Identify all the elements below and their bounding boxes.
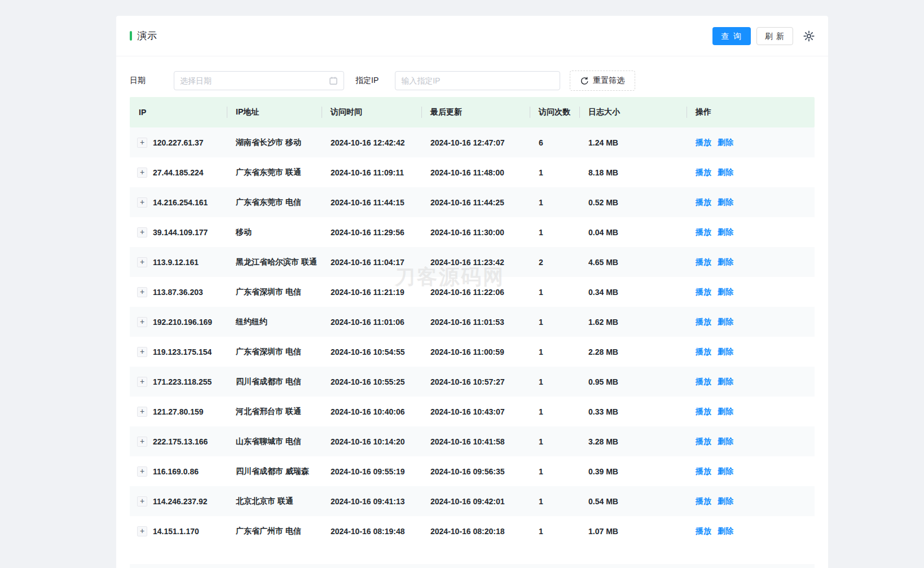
query-button[interactable]: 查 询 (712, 27, 751, 45)
delete-link[interactable]: 删除 (718, 197, 733, 208)
expand-row-button[interactable]: + (137, 377, 147, 387)
actions-cell: 播放 删除 (687, 197, 815, 208)
actions-cell: 播放 删除 (687, 526, 815, 536)
delete-link[interactable]: 删除 (718, 227, 733, 237)
ip-label: 指定IP (355, 76, 379, 86)
visits-cell: 1 (530, 228, 579, 237)
title-accent-bar (130, 31, 132, 41)
log-size-cell: 0.95 MB (579, 377, 687, 386)
location-cell: 四川省成都市 威瑞森 (227, 466, 322, 477)
play-link[interactable]: 播放 (696, 407, 711, 417)
location-cell: 山东省聊城市 电信 (227, 437, 322, 447)
play-link[interactable]: 播放 (696, 437, 711, 447)
delete-link[interactable]: 删除 (718, 466, 733, 477)
delete-link[interactable]: 删除 (718, 496, 733, 507)
expand-row-button[interactable]: + (137, 437, 147, 447)
expand-row-button[interactable]: + (137, 227, 147, 237)
expand-row-button[interactable]: + (137, 317, 147, 327)
delete-link[interactable]: 删除 (718, 168, 733, 178)
delete-link[interactable]: 删除 (718, 257, 733, 267)
play-link[interactable]: 播放 (696, 377, 711, 387)
log-size-cell: 4.65 MB (579, 258, 687, 267)
play-link[interactable]: 播放 (696, 168, 711, 178)
last-update-cell: 2024-10-16 11:00:59 (421, 347, 530, 356)
play-link[interactable]: 播放 (696, 138, 711, 148)
ip-input[interactable] (401, 76, 554, 85)
last-update-cell: 2024-10-16 11:01:53 (421, 318, 530, 327)
ip-field[interactable] (395, 71, 560, 90)
ip-cell: 222.175.13.166 (153, 437, 208, 446)
visit-time-cell: 2024-10-16 10:40:06 (322, 407, 421, 416)
refresh-circle-icon (580, 77, 589, 85)
last-update-cell: 2024-10-16 09:56:35 (421, 467, 530, 476)
actions-cell: 播放 删除 (687, 138, 815, 148)
play-link[interactable]: 播放 (696, 496, 711, 507)
actions-cell: 播放 删除 (687, 496, 815, 507)
date-picker[interactable] (174, 71, 344, 90)
visits-cell: 1 (530, 467, 579, 476)
filter-bar: 日期 指定IP (116, 56, 828, 90)
column-header-7: 操作 (687, 97, 815, 127)
visit-time-cell: 2024-10-16 12:42:42 (322, 138, 421, 147)
log-size-cell: 8.18 MB (579, 168, 687, 177)
location-cell: 广东省广州市 电信 (227, 526, 322, 536)
ip-cell: 119.123.175.154 (153, 347, 212, 356)
delete-link[interactable]: 删除 (718, 317, 733, 327)
delete-link[interactable]: 删除 (718, 287, 733, 297)
play-link[interactable]: 播放 (696, 526, 711, 536)
expand-row-button[interactable]: + (137, 407, 147, 417)
delete-link[interactable]: 删除 (718, 138, 733, 148)
log-size-cell: 0.52 MB (579, 198, 687, 207)
column-header-2: IP地址 (227, 97, 322, 127)
last-update-cell: 2024-10-16 11:44:25 (421, 198, 530, 207)
play-link[interactable]: 播放 (696, 347, 711, 357)
visits-cell: 1 (530, 168, 579, 177)
date-input[interactable] (180, 76, 329, 85)
reset-filter-button[interactable]: 重置筛选 (570, 71, 635, 91)
actions-cell: 播放 删除 (687, 257, 815, 267)
play-link[interactable]: 播放 (696, 197, 711, 208)
location-cell: 广东省深圳市 电信 (227, 287, 322, 297)
table-row: + 222.175.13.166 山东省聊城市 电信 2024-10-16 10… (130, 426, 815, 456)
expand-row-button[interactable]: + (137, 287, 147, 297)
delete-link[interactable]: 删除 (718, 437, 733, 447)
actions-cell: 播放 删除 (687, 407, 815, 417)
expand-row-button[interactable]: + (137, 466, 147, 477)
ip-cell: 171.223.118.255 (153, 377, 212, 386)
last-update-cell: 2024-10-16 12:47:07 (421, 138, 530, 147)
log-size-cell: 0.04 MB (579, 228, 687, 237)
expand-row-button[interactable]: + (137, 138, 147, 148)
expand-row-button[interactable]: + (137, 496, 147, 507)
delete-link[interactable]: 删除 (718, 526, 733, 536)
table-row: + 192.210.196.169 纽约纽约 2024-10-16 11:01:… (130, 307, 815, 337)
table-row: + 113.87.36.203 广东省深圳市 电信 2024-10-16 11:… (130, 277, 815, 307)
ip-cell: 113.87.36.203 (153, 288, 203, 297)
expand-row-button[interactable]: + (137, 168, 147, 178)
play-link[interactable]: 播放 (696, 257, 711, 267)
partial-next-row (130, 564, 815, 568)
settings-button[interactable] (803, 30, 815, 42)
delete-link[interactable]: 删除 (718, 377, 733, 387)
refresh-button[interactable]: 刷 新 (756, 27, 793, 45)
expand-row-button[interactable]: + (137, 526, 147, 536)
expand-row-button[interactable]: + (137, 257, 147, 267)
expand-row-button[interactable]: + (137, 347, 147, 357)
actions-cell: 播放 删除 (687, 347, 815, 357)
location-cell: 黑龙江省哈尔滨市 联通 (227, 257, 322, 267)
visits-cell: 1 (530, 318, 579, 327)
delete-link[interactable]: 删除 (718, 347, 733, 357)
visit-time-cell: 2024-10-16 09:41:13 (322, 497, 421, 506)
visits-cell: 2 (530, 258, 579, 267)
column-header-3: 访问时间 (322, 97, 421, 127)
table-row: + 119.123.175.154 广东省深圳市 电信 2024-10-16 1… (130, 337, 815, 367)
play-link[interactable]: 播放 (696, 466, 711, 477)
log-size-cell: 1.62 MB (579, 318, 687, 327)
log-size-cell: 0.39 MB (579, 467, 687, 476)
visit-time-cell: 2024-10-16 11:21:19 (322, 288, 421, 297)
delete-link[interactable]: 删除 (718, 407, 733, 417)
play-link[interactable]: 播放 (696, 287, 711, 297)
expand-row-button[interactable]: + (137, 197, 147, 208)
play-link[interactable]: 播放 (696, 317, 711, 327)
ip-cell: 14.151.1.170 (153, 527, 199, 536)
play-link[interactable]: 播放 (696, 227, 711, 237)
